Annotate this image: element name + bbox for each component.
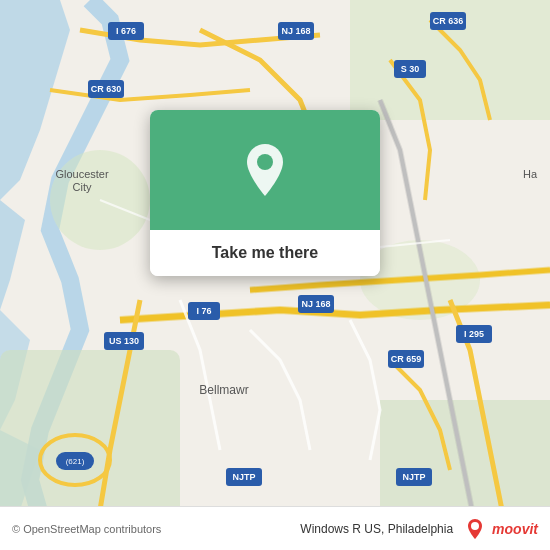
svg-text:NJTP: NJTP <box>402 472 425 482</box>
location-label: Windows R US, Philadelphia <box>300 522 453 536</box>
moovit-text: moovit <box>492 521 538 537</box>
take-me-there-button[interactable]: Take me there <box>150 230 380 276</box>
map-container: I 676 NJ 168 CR 636 CR 630 S 30 I 76 NJ … <box>0 0 550 550</box>
location-info: Windows R US, Philadelphia moovit <box>300 515 538 543</box>
svg-text:I 76: I 76 <box>196 306 211 316</box>
svg-text:City: City <box>73 181 92 193</box>
svg-point-37 <box>257 154 273 170</box>
svg-text:CR 659: CR 659 <box>391 354 422 364</box>
svg-text:NJ 168: NJ 168 <box>281 26 310 36</box>
svg-text:I 295: I 295 <box>464 329 484 339</box>
bottom-bar: © OpenStreetMap contributors Windows R U… <box>0 506 550 550</box>
svg-text:NJTP: NJTP <box>232 472 255 482</box>
map-attribution: © OpenStreetMap contributors <box>12 523 161 535</box>
location-card: Take me there <box>150 110 380 276</box>
moovit-logo: moovit <box>461 515 538 543</box>
card-map-header <box>150 110 380 230</box>
svg-text:Ha: Ha <box>523 168 538 180</box>
svg-text:(621): (621) <box>66 457 85 466</box>
svg-text:US 130: US 130 <box>109 336 139 346</box>
location-pin-icon <box>241 142 289 198</box>
svg-text:Gloucester: Gloucester <box>55 168 109 180</box>
svg-point-39 <box>471 522 479 530</box>
svg-text:I 676: I 676 <box>116 26 136 36</box>
svg-text:S 30: S 30 <box>401 64 420 74</box>
svg-text:Bellmawr: Bellmawr <box>199 383 248 397</box>
moovit-logo-icon <box>461 515 489 543</box>
svg-text:CR 636: CR 636 <box>433 16 464 26</box>
svg-text:CR 630: CR 630 <box>91 84 122 94</box>
svg-text:NJ 168: NJ 168 <box>301 299 330 309</box>
